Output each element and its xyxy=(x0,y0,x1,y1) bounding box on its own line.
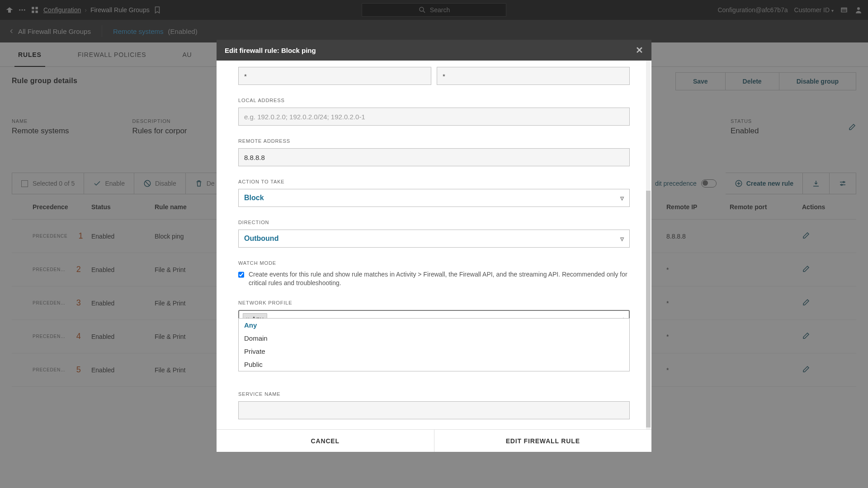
watch-mode-description: Create events for this rule and show rul… xyxy=(249,270,630,287)
modal-title: Edit firewall rule: Block ping xyxy=(225,47,316,54)
local-address-label: LOCAL ADDRESS xyxy=(238,98,630,103)
network-profile-dropdown: Any Domain Private Public xyxy=(238,318,630,371)
modal-footer: CANCEL EDIT FIREWALL RULE xyxy=(217,429,651,452)
close-icon[interactable]: ✕ xyxy=(636,45,643,56)
service-name-input[interactable] xyxy=(238,401,630,419)
action-select[interactable]: Block ▿ xyxy=(238,189,630,207)
action-value: Block xyxy=(244,194,264,202)
port-local-input[interactable] xyxy=(238,67,431,85)
direction-value: Outbound xyxy=(244,235,278,243)
edit-rule-modal: Edit firewall rule: Block ping ✕ LOCAL A… xyxy=(217,40,651,452)
direction-label: DIRECTION xyxy=(238,220,630,225)
port-remote-input[interactable] xyxy=(437,67,630,85)
watch-mode-checkbox[interactable] xyxy=(238,272,244,278)
remote-address-label: REMOTE ADDRESS xyxy=(238,138,630,144)
chevron-down-icon: ▿ xyxy=(620,235,624,243)
modal-title-bar: Edit firewall rule: Block ping ✕ xyxy=(217,40,651,61)
direction-select[interactable]: Outbound ▿ xyxy=(238,230,630,248)
network-profile-option-public[interactable]: Public xyxy=(239,358,629,371)
chevron-down-icon: ▿ xyxy=(620,194,624,202)
network-profile-option-any[interactable]: Any xyxy=(239,319,629,332)
remote-address-input[interactable] xyxy=(238,148,630,166)
cancel-button[interactable]: CANCEL xyxy=(217,430,434,452)
network-profile-option-private[interactable]: Private xyxy=(239,345,629,358)
edit-firewall-rule-button[interactable]: EDIT FIREWALL RULE xyxy=(434,430,652,452)
scrollbar-thumb[interactable] xyxy=(646,191,651,427)
service-name-label: SERVICE NAME xyxy=(238,391,630,397)
local-address-input[interactable] xyxy=(238,108,630,126)
watch-mode-label: WATCH MODE xyxy=(238,260,630,266)
action-label: ACTION TO TAKE xyxy=(238,179,630,184)
network-profile-label: NETWORK PROFILE xyxy=(238,300,630,305)
network-profile-option-domain[interactable]: Domain xyxy=(239,332,629,345)
